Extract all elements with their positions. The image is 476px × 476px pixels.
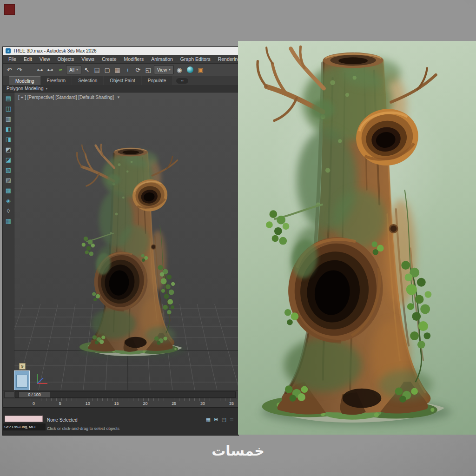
unlink-selection-icon[interactable]: ⊷ bbox=[46, 65, 55, 74]
viewport-label[interactable]: [ + ] [Perspective] [Standard] [Default … bbox=[18, 95, 120, 100]
material-editor-icon[interactable] bbox=[187, 66, 193, 73]
shading-menu-arrow-icon[interactable]: ▼ bbox=[117, 95, 120, 99]
tab-selection[interactable]: Selection bbox=[72, 76, 103, 85]
side-tool-icon[interactable]: ◧ bbox=[6, 126, 11, 132]
time-slider-button[interactable] bbox=[4, 391, 14, 398]
menu-item-view[interactable]: View bbox=[36, 56, 54, 62]
window-title-bar[interactable]: 3 TREE 3D.max - Autodesk 3ds Max 2026 bbox=[3, 47, 238, 55]
side-tool-icon[interactable]: ▨ bbox=[6, 177, 11, 183]
menu-item-file[interactable]: File bbox=[5, 56, 20, 62]
viewport[interactable]: [ + ] [Perspective] [Standard] [Default … bbox=[14, 93, 238, 390]
menu-item-animation[interactable]: Animation bbox=[147, 56, 177, 62]
status-hint: Click or click-and-drag to select object… bbox=[47, 426, 119, 431]
time-slider[interactable]: 0 / 100 bbox=[3, 390, 238, 398]
screenshot-stage: 3 TREE 3D.max - Autodesk 3ds Max 2026 Fi… bbox=[0, 0, 476, 476]
app-icon[interactable]: 3 bbox=[6, 48, 11, 53]
angle-snap-icon[interactable]: ◳ bbox=[221, 416, 226, 423]
rectangular-selection-icon[interactable]: ▢ bbox=[103, 65, 112, 74]
mini-panel-preview bbox=[16, 375, 27, 388]
tick-label: 5 bbox=[59, 401, 61, 406]
reference-render-image bbox=[238, 41, 476, 435]
side-tool-icon[interactable]: ◪ bbox=[6, 157, 11, 163]
tick-label: 25 bbox=[172, 401, 176, 406]
select-object-icon[interactable]: ↖ bbox=[82, 65, 92, 74]
listener-text: Se? Ex9-Eing, MEl bbox=[3, 423, 46, 430]
redo-icon[interactable]: ↷ bbox=[15, 65, 24, 74]
side-tool-icon[interactable]: ◩ bbox=[6, 146, 11, 152]
chevron-down-icon: ▾ bbox=[76, 68, 78, 72]
tab-object-paint[interactable]: Object Paint bbox=[104, 76, 141, 85]
snaps-toggle-icon[interactable]: ◉ bbox=[175, 65, 184, 74]
red-square bbox=[4, 4, 15, 15]
selection-filter-dropdown[interactable]: All ▾ bbox=[66, 65, 81, 74]
side-tool-icon[interactable]: ◊ bbox=[7, 208, 10, 214]
side-tool-icon[interactable]: ▦ bbox=[6, 218, 11, 224]
crossing-selection-icon[interactable]: ▦ bbox=[113, 65, 122, 74]
tick-label: 30 bbox=[200, 401, 205, 406]
side-tool-icon[interactable]: ◨ bbox=[6, 136, 11, 142]
side-tool-icon[interactable]: ▩ bbox=[6, 187, 11, 193]
current-frame-indicator[interactable]: 0 / 100 bbox=[19, 391, 50, 398]
render-setup-icon[interactable]: ▣ bbox=[196, 65, 205, 74]
side-tool-icon[interactable]: ◈ bbox=[6, 198, 11, 204]
coordinate-system-value: View bbox=[157, 67, 167, 73]
menu-item-edit[interactable]: Edit bbox=[20, 56, 36, 62]
window-title: TREE 3D.max - Autodesk 3ds Max 2026 bbox=[13, 48, 97, 53]
ruler-tick-marks bbox=[31, 398, 235, 401]
tick-label: 0 bbox=[33, 401, 35, 406]
grid-snap-icon[interactable]: ⊞ bbox=[214, 416, 218, 423]
ruler-labels: 0 5 10 15 20 25 30 35 bbox=[33, 401, 234, 406]
menu-item-views[interactable]: Views bbox=[78, 56, 98, 62]
adaptive-degradation-icon[interactable]: ≣ bbox=[230, 416, 234, 423]
chevron-down-icon: ▾ bbox=[46, 87, 48, 91]
polygon-modeling-label: Polygon Modeling bbox=[7, 86, 44, 91]
tick-label: 20 bbox=[143, 401, 147, 406]
tick-label: 10 bbox=[86, 401, 90, 406]
chevron-down-icon: ▾ bbox=[169, 68, 171, 72]
tick-label: 35 bbox=[229, 401, 234, 406]
menu-item-rendering[interactable]: Rendering bbox=[214, 56, 238, 62]
status-bar: Se? Ex9-Eing, MEl None Selected Click or… bbox=[3, 407, 238, 435]
select-and-rotate-icon[interactable]: ⟳ bbox=[133, 65, 143, 74]
ribbon-overflow-button[interactable]: •• bbox=[176, 78, 188, 84]
viewport-label-text[interactable]: [ + ] [Perspective] [Standard] [Default … bbox=[18, 95, 114, 100]
maxscript-mini-listener[interactable] bbox=[5, 416, 43, 422]
side-tool-icon[interactable]: ◫ bbox=[6, 106, 11, 112]
watermark-text: خمسات bbox=[212, 443, 264, 459]
select-by-name-icon[interactable]: ▤ bbox=[93, 65, 102, 74]
status-toggles: ▦ ⊞ ◳ ≣ bbox=[206, 416, 234, 423]
tab-populate[interactable]: Populate bbox=[142, 76, 172, 85]
ribbon-tabs: Modeling Freeform Selection Object Paint… bbox=[3, 76, 238, 85]
select-and-link-icon[interactable]: ⊶ bbox=[35, 65, 45, 74]
coordinate-system-dropdown[interactable]: View ▾ bbox=[154, 65, 174, 74]
timeline-ruler[interactable]: 0 5 10 15 20 25 30 35 bbox=[3, 398, 238, 407]
side-tool-icon[interactable]: ▤ bbox=[6, 95, 11, 101]
tick-label: 15 bbox=[114, 401, 119, 406]
bind-to-space-warp-icon[interactable]: ≈ bbox=[56, 65, 65, 74]
axis-gizmo bbox=[34, 370, 51, 386]
main-toolbar: ↶ ↷ ⊶ ⊷ ≈ All ▾ ↖ ▤ ▢ ▦ + ⟳ ◱ View ▾ ◉ ▣ bbox=[3, 64, 238, 76]
rendered-tree bbox=[248, 44, 466, 433]
3dsmax-window: 3 TREE 3D.max - Autodesk 3ds Max 2026 Fi… bbox=[2, 46, 239, 436]
undo-icon[interactable]: ↶ bbox=[5, 65, 14, 74]
tab-freeform[interactable]: Freeform bbox=[41, 76, 72, 85]
menu-bar: File Edit View Objects Views Create Modi… bbox=[3, 55, 238, 64]
menu-item-graph-editors[interactable]: Graph Editors bbox=[177, 56, 214, 62]
menu-item-create[interactable]: Create bbox=[98, 56, 120, 62]
docked-mini-panel[interactable] bbox=[14, 370, 30, 391]
selection-status: None Selected bbox=[47, 417, 78, 423]
toolbar-separator bbox=[25, 65, 34, 74]
menu-item-modifiers[interactable]: Modifiers bbox=[120, 56, 148, 62]
tab-modeling[interactable]: Modeling bbox=[9, 76, 40, 85]
polygon-modeling-bar[interactable]: Polygon Modeling ▾ bbox=[3, 85, 238, 93]
selection-filter-value: All bbox=[69, 67, 74, 73]
left-toolbar: ▤ ◫ ▥ ◧ ◨ ◩ ◪ ▧ ▨ ▩ ◈ ◊ ▦ bbox=[3, 93, 14, 390]
select-and-scale-icon[interactable]: ◱ bbox=[144, 65, 153, 74]
side-tool-icon[interactable]: ▧ bbox=[6, 167, 11, 173]
side-tool-icon[interactable]: ▥ bbox=[6, 116, 11, 122]
select-and-move-icon[interactable]: + bbox=[123, 65, 132, 74]
frame-overlay-chip: 9 bbox=[19, 363, 26, 370]
menu-item-objects[interactable]: Objects bbox=[54, 56, 78, 62]
tree-model[interactable] bbox=[66, 143, 199, 362]
isolate-toggle-icon[interactable]: ▦ bbox=[206, 416, 211, 423]
